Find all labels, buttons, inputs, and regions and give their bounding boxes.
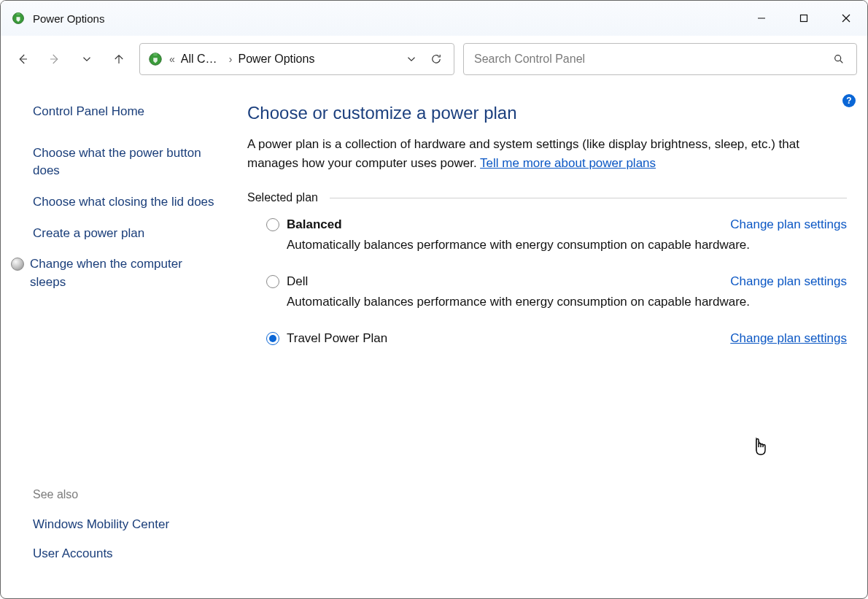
search-icon[interactable] (832, 52, 846, 66)
sidebar: Control Panel Home Choose what the power… (1, 82, 233, 598)
change-settings-travel[interactable]: Change plan settings (730, 331, 847, 346)
page-description: A power plan is a collection of hardware… (247, 135, 847, 172)
plan-name[interactable]: Travel Power Plan (287, 331, 387, 346)
learn-more-link[interactable]: Tell me more about power plans (480, 156, 656, 170)
svg-rect-9 (153, 53, 158, 56)
address-bar[interactable]: « All Control Panel Items › Power Option… (139, 43, 454, 75)
svg-rect-3 (801, 15, 807, 22)
change-settings-balanced[interactable]: Change plan settings (730, 217, 847, 232)
search-bar[interactable] (463, 43, 857, 75)
maximize-button[interactable] (783, 1, 825, 36)
see-also-accounts[interactable]: User Accounts (33, 545, 218, 563)
recent-dropdown[interactable] (75, 47, 98, 71)
section-divider (330, 198, 847, 198)
svg-rect-1 (17, 13, 20, 15)
plan-name[interactable]: Balanced (287, 217, 342, 232)
breadcrumb-overflow[interactable]: « (168, 53, 177, 65)
forward-button[interactable] (43, 47, 66, 71)
svg-line-11 (840, 61, 842, 63)
breadcrumb-current[interactable]: Power Options (238, 53, 314, 66)
content: ? Control Panel Home Choose what the pow… (1, 82, 867, 598)
window-title: Power Options (33, 12, 104, 25)
toolbar: « All Control Panel Items › Power Option… (1, 36, 867, 82)
sidebar-link-sleep[interactable]: Change when the computer sleeps (30, 255, 218, 291)
plan-travel: Travel Power Plan Change plan settings (266, 331, 847, 346)
plan-desc: Automatically balances performance with … (287, 295, 847, 309)
sidebar-link-create-plan[interactable]: Create a power plan (33, 225, 218, 243)
up-button[interactable] (107, 47, 131, 71)
plan-balanced: Balanced Change plan settings Automatica… (266, 217, 847, 252)
help-icon[interactable]: ? (842, 94, 856, 107)
sidebar-home[interactable]: Control Panel Home (33, 103, 218, 121)
chevron-right-icon: › (228, 53, 234, 65)
radio-travel[interactable] (266, 332, 279, 345)
sidebar-current-marker (11, 258, 24, 271)
radio-dell[interactable] (266, 275, 279, 288)
main: Choose or customize a power plan A power… (233, 82, 867, 598)
titlebar: Power Options (1, 1, 867, 36)
sidebar-link-close-lid[interactable]: Choose what closing the lid does (33, 193, 218, 212)
location-icon (147, 51, 163, 67)
breadcrumb-parent[interactable]: All Control Panel Items (181, 53, 223, 66)
search-input[interactable] (474, 53, 832, 66)
section-label: Selected plan (247, 191, 318, 204)
plan-dell: Dell Change plan settings Automatically … (266, 274, 847, 309)
back-button[interactable] (11, 47, 34, 71)
page-heading: Choose or customize a power plan (247, 103, 847, 123)
address-dropdown[interactable] (401, 49, 422, 69)
plan-desc: Automatically balances performance with … (287, 238, 847, 252)
refresh-button[interactable] (426, 49, 446, 69)
app-icon (11, 11, 26, 26)
sidebar-link-power-button[interactable]: Choose what the power button does (33, 144, 218, 180)
minimize-button[interactable] (740, 1, 783, 36)
see-also-mobility[interactable]: Windows Mobility Center (33, 516, 218, 534)
svg-point-10 (835, 55, 841, 61)
radio-balanced[interactable] (266, 218, 279, 231)
see-also-heading: See also (33, 488, 218, 501)
plan-name[interactable]: Dell (287, 274, 308, 289)
change-settings-dell[interactable]: Change plan settings (730, 274, 847, 289)
close-button[interactable] (825, 1, 867, 36)
